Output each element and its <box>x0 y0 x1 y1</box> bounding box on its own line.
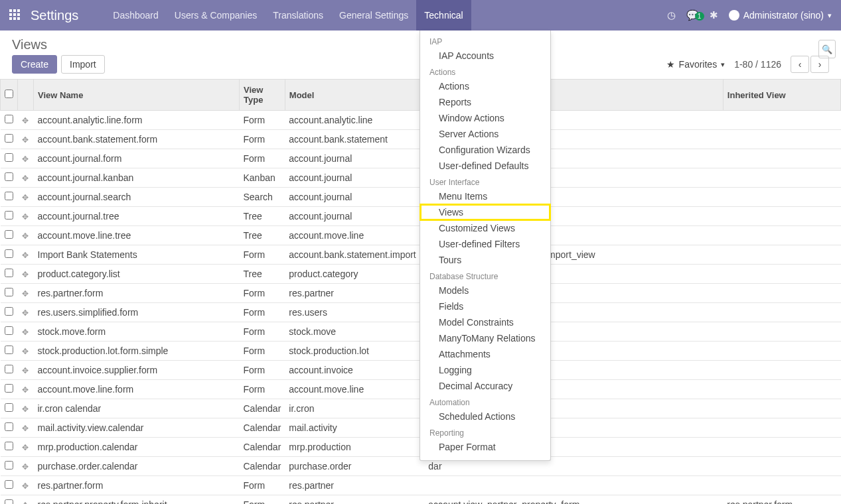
col-inherited[interactable]: Inherited View <box>723 80 840 111</box>
drag-handle-icon[interactable]: ✥ <box>22 212 29 221</box>
nav-item-users-companies[interactable]: Users & Companies <box>167 0 266 31</box>
row-checkbox[interactable] <box>5 172 13 181</box>
pager-prev-button[interactable]: ‹ <box>791 56 809 73</box>
row-checkbox[interactable] <box>5 307 13 316</box>
dropdown-item-manytomany-relations[interactable]: ManyToMany Relations <box>420 330 550 346</box>
dropdown-item-actions[interactable]: Actions <box>420 78 550 94</box>
cell-view-name: res.partner.property.form.inherit <box>34 495 240 505</box>
user-menu[interactable]: Administrator (sino) ▾ <box>729 10 832 21</box>
drag-handle-icon[interactable]: ✥ <box>22 231 29 241</box>
nav-item-translations[interactable]: Translations <box>265 0 331 31</box>
drag-handle-icon[interactable]: ✥ <box>22 308 29 318</box>
drag-handle-icon[interactable]: ✥ <box>22 501 29 504</box>
col-view-type[interactable]: View Type <box>240 80 285 111</box>
drag-handle-icon[interactable]: ✥ <box>22 405 29 414</box>
dropdown-item-model-constraints[interactable]: Model Constraints <box>420 314 550 330</box>
drag-handle-icon[interactable]: ✥ <box>22 328 29 337</box>
cell-view-name: purchase.order.calendar <box>34 457 240 476</box>
row-checkbox[interactable] <box>5 269 13 277</box>
col-view-name[interactable]: View Name <box>34 80 240 111</box>
drag-handle-icon[interactable]: ✥ <box>22 135 29 145</box>
row-checkbox[interactable] <box>5 326 13 335</box>
nav-item-technical[interactable]: Technical <box>416 0 471 31</box>
row-checkbox[interactable] <box>5 461 13 470</box>
favorites-menu[interactable]: ★ Favorites ▾ <box>666 59 726 70</box>
row-checkbox[interactable] <box>5 134 13 143</box>
import-button[interactable]: Import <box>61 55 105 74</box>
cell-model: account.analytic.line <box>285 111 424 130</box>
cell-view-name: account.invoice.supplier.form <box>34 361 240 380</box>
row-checkbox[interactable] <box>5 403 13 412</box>
row-checkbox[interactable] <box>5 288 13 296</box>
search-icon[interactable]: 🔍 <box>818 40 836 58</box>
drag-handle-icon[interactable]: ✥ <box>22 385 29 395</box>
drag-handle-icon[interactable]: ✥ <box>22 116 29 125</box>
row-checkbox[interactable] <box>5 422 13 431</box>
cell-ext-id <box>424 476 723 495</box>
drag-handle-icon[interactable]: ✥ <box>22 270 29 279</box>
drag-handle-icon[interactable]: ✥ <box>22 366 29 375</box>
table-row[interactable]: ✥res.partner.property.form.inheritFormre… <box>1 495 841 505</box>
dropdown-item-configuration-wizards[interactable]: Configuration Wizards <box>420 142 550 158</box>
col-model[interactable]: Model <box>285 80 424 111</box>
dropdown-item-paper-format[interactable]: Paper Format <box>420 439 550 455</box>
dropdown-item-views[interactable]: Views <box>420 204 550 220</box>
technical-dropdown: IAPIAP AccountsActionsActionsReportsWind… <box>420 31 551 461</box>
create-button[interactable]: Create <box>12 55 57 74</box>
dropdown-item-logging[interactable]: Logging <box>420 362 550 378</box>
clock-icon[interactable]: ◷ <box>667 9 676 21</box>
row-checkbox[interactable] <box>5 230 13 239</box>
dropdown-item-models[interactable]: Models <box>420 283 550 298</box>
dropdown-item-server-actions[interactable]: Server Actions <box>420 126 550 142</box>
row-checkbox[interactable] <box>5 346 13 354</box>
nav-item-general-settings[interactable]: General Settings <box>331 0 416 31</box>
chat-icon[interactable]: 💬1 <box>686 9 699 21</box>
drag-handle-icon[interactable]: ✥ <box>22 251 29 260</box>
row-checkbox[interactable] <box>5 249 13 258</box>
dropdown-item-fields[interactable]: Fields <box>420 298 550 314</box>
dropdown-item-menu-items[interactable]: Menu Items <box>420 188 550 204</box>
drag-handle-icon[interactable]: ✥ <box>22 289 29 298</box>
table-row[interactable]: ✥res.partner.formFormres.partner <box>1 476 841 495</box>
bug-icon[interactable]: ✱ <box>710 9 718 21</box>
drag-handle-icon[interactable]: ✥ <box>22 193 29 202</box>
dropdown-item-customized-views[interactable]: Customized Views <box>420 220 550 236</box>
drag-handle-icon[interactable]: ✥ <box>22 481 29 491</box>
drag-handle-icon[interactable]: ✥ <box>22 347 29 356</box>
cell-view-name: res.partner.form <box>34 476 240 495</box>
cell-model: purchase.order <box>285 457 424 476</box>
dropdown-item-reports[interactable]: Reports <box>420 94 550 110</box>
cell-view-name: account.move.line.form <box>34 380 240 399</box>
row-checkbox[interactable] <box>5 192 13 200</box>
row-checkbox[interactable] <box>5 211 13 220</box>
drag-handle-icon[interactable]: ✥ <box>22 462 29 472</box>
cell-model: mail.activity <box>285 418 424 438</box>
favorites-label: Favorites <box>679 59 718 70</box>
row-checkbox[interactable] <box>5 499 13 504</box>
dropdown-item-user-defined-filters[interactable]: User-defined Filters <box>420 236 550 252</box>
dropdown-item-attachments[interactable]: Attachments <box>420 346 550 362</box>
drag-handle-icon[interactable]: ✥ <box>22 155 29 164</box>
drag-handle-icon[interactable]: ✥ <box>22 424 29 433</box>
nav-item-dashboard[interactable]: Dashboard <box>105 0 167 31</box>
row-checkbox[interactable] <box>5 442 13 450</box>
row-checkbox[interactable] <box>5 384 13 393</box>
dropdown-item-decimal-accuracy[interactable]: Decimal Accuracy <box>420 378 550 394</box>
cell-model: stock.production.lot <box>285 342 424 361</box>
cell-inherited <box>723 284 840 303</box>
dropdown-item-tours[interactable]: Tours <box>420 252 550 268</box>
dropdown-item-user-defined-defaults[interactable]: User-defined Defaults <box>420 158 550 174</box>
select-all-checkbox[interactable] <box>5 90 13 98</box>
cell-view-type: Kanban <box>240 168 285 188</box>
row-checkbox[interactable] <box>5 480 13 489</box>
dropdown-item-iap-accounts[interactable]: IAP Accounts <box>420 48 550 64</box>
apps-icon[interactable] <box>9 9 21 21</box>
dropdown-item-window-actions[interactable]: Window Actions <box>420 110 550 126</box>
row-checkbox[interactable] <box>5 115 13 123</box>
drag-handle-icon[interactable]: ✥ <box>22 174 29 183</box>
row-checkbox[interactable] <box>5 153 13 162</box>
user-label: Administrator (sino) <box>743 10 824 21</box>
row-checkbox[interactable] <box>5 365 13 373</box>
dropdown-item-scheduled-actions[interactable]: Scheduled Actions <box>420 409 550 424</box>
drag-handle-icon[interactable]: ✥ <box>22 443 29 452</box>
